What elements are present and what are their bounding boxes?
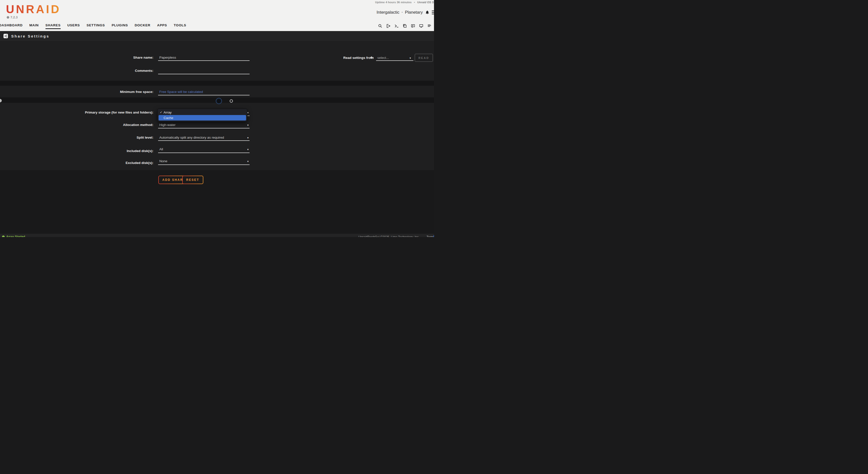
- excluded-disks-underline: [158, 165, 250, 165]
- server-name: Intergalactic: [377, 10, 399, 15]
- uptime-separator: •: [414, 1, 415, 4]
- check-icon: ✓: [159, 110, 163, 114]
- included-disks-underline: [158, 153, 250, 153]
- copyright-text: Unraid®webGui ©2025, Lime Technology, In…: [359, 235, 419, 237]
- min-free-space-input[interactable]: Free Space will be calculated: [159, 90, 203, 94]
- flag-icon[interactable]: [434, 235, 434, 237]
- dropdown-option-cache-label: Cache: [163, 116, 173, 120]
- circle-indicator-icon[interactable]: [230, 99, 233, 103]
- dropdown-option-cache[interactable]: Cache: [159, 115, 246, 121]
- uptime-text: Uptime 4 hours 36 minutes: [375, 1, 412, 4]
- section-separator-1: [0, 81, 434, 86]
- top-header: UNRAID 7.2.3 Uptime 4 hours 36 minutes •…: [0, 0, 434, 31]
- server-description: Planetary: [405, 10, 423, 15]
- array-status[interactable]: Array Started: [2, 235, 25, 237]
- included-disks-label: Included disk(s):: [0, 149, 153, 153]
- log-icon[interactable]: [427, 24, 432, 28]
- arrow-left-icon: [370, 56, 374, 59]
- header-toolbar: [378, 24, 434, 28]
- included-disks-select[interactable]: All: [159, 147, 163, 151]
- section-identity: [0, 41, 434, 81]
- copy-icon[interactable]: [403, 24, 407, 28]
- notifications-bell-icon[interactable]: [425, 10, 430, 15]
- excluded-disks-select[interactable]: None: [159, 159, 167, 163]
- primary-storage-dropdown: ✓ Array Cache: [157, 108, 247, 122]
- nav-tools[interactable]: TOOLS: [174, 23, 186, 29]
- split-level-underline: [158, 140, 250, 141]
- nav-users[interactable]: USERS: [67, 23, 80, 29]
- nav-main[interactable]: MAIN: [29, 23, 39, 29]
- allocation-underline: [158, 128, 250, 129]
- page-title: Share Settings: [11, 34, 50, 38]
- feedback-icon[interactable]: [411, 24, 415, 28]
- included-disks-arrow-icon[interactable]: ▼: [247, 148, 249, 151]
- allocation-method-select[interactable]: High-water: [159, 123, 176, 127]
- reset-button[interactable]: RESET: [182, 176, 203, 184]
- split-level-select[interactable]: Automatically split any directory as req…: [159, 136, 224, 139]
- nav-shares[interactable]: SHARES: [45, 23, 61, 29]
- search-icon[interactable]: [378, 24, 382, 28]
- split-level-arrow-icon[interactable]: ▼: [247, 137, 249, 139]
- primary-storage-label: Primary storage (for new files and folde…: [0, 110, 153, 114]
- server-identity: Intergalactic • Planetary: [377, 10, 434, 15]
- comments-label: Comments:: [0, 69, 153, 72]
- read-select-arrow-icon[interactable]: ▼: [409, 57, 411, 59]
- share-settings-icon[interactable]: [3, 34, 8, 38]
- logout-icon[interactable]: [386, 24, 391, 28]
- terms-link[interactable]: Terms: [427, 235, 434, 237]
- lower-area: [0, 170, 434, 234]
- dropdown-option-array-label: Array: [163, 110, 172, 114]
- array-status-label: Array Started: [6, 235, 25, 237]
- unraid-logo[interactable]: UNRAID: [6, 2, 61, 16]
- footer: Array Started Unraid®webGui ©2025, Lime …: [0, 234, 434, 237]
- nav-apps[interactable]: APPS: [157, 23, 167, 29]
- hamburger-menu-icon[interactable]: [432, 10, 434, 15]
- nav-dashboard[interactable]: DASHBOARD: [0, 23, 23, 29]
- version-badge: 7.2.3: [7, 15, 18, 19]
- min-free-space-underline: [158, 95, 250, 95]
- nav-docker[interactable]: DOCKER: [135, 23, 150, 29]
- reset-button-label: RESET: [183, 176, 203, 183]
- nav-plugins[interactable]: PLUGINS: [112, 23, 128, 29]
- version-dot-icon: [7, 16, 9, 19]
- read-settings-label: Read settings from: [343, 56, 374, 60]
- monitor-icon[interactable]: [419, 24, 423, 28]
- server-separator: •: [402, 11, 403, 14]
- split-level-label: Split level:: [0, 136, 153, 139]
- terminal-icon[interactable]: [395, 24, 399, 28]
- os-edition-text: Unraid OS Starter: [417, 1, 434, 4]
- dropdown-option-array[interactable]: ✓ Array: [159, 109, 246, 115]
- comments-underline: [158, 74, 250, 74]
- allocation-arrow-icon[interactable]: ▼: [247, 124, 249, 127]
- version-label: 7.2.3: [10, 15, 18, 19]
- page-title-band: Share Settings: [0, 31, 434, 41]
- read-settings-select[interactable]: select...: [377, 56, 389, 60]
- read-button[interactable]: READ: [414, 54, 433, 62]
- array-status-icon: [2, 236, 5, 237]
- share-name-label: Share name:: [0, 56, 153, 59]
- read-select-underline: [376, 60, 413, 61]
- excluded-disks-label: Excluded disk(s):: [0, 161, 153, 165]
- nav-settings[interactable]: SETTINGS: [87, 23, 105, 29]
- excluded-disks-arrow-icon[interactable]: ▼: [247, 160, 249, 163]
- allocation-method-label: Allocation method:: [0, 123, 153, 127]
- uptime-line: Uptime 4 hours 36 minutes • Unraid OS St…: [375, 1, 434, 4]
- share-name-underline: [158, 60, 250, 61]
- min-free-space-label: Minimum free space:: [0, 90, 153, 94]
- main-nav: DASHBOARD MAIN SHARES USERS SETTINGS PLU…: [0, 23, 186, 29]
- share-name-input[interactable]: Paperpless: [159, 56, 176, 59]
- move-handle-icon[interactable]: [216, 98, 222, 104]
